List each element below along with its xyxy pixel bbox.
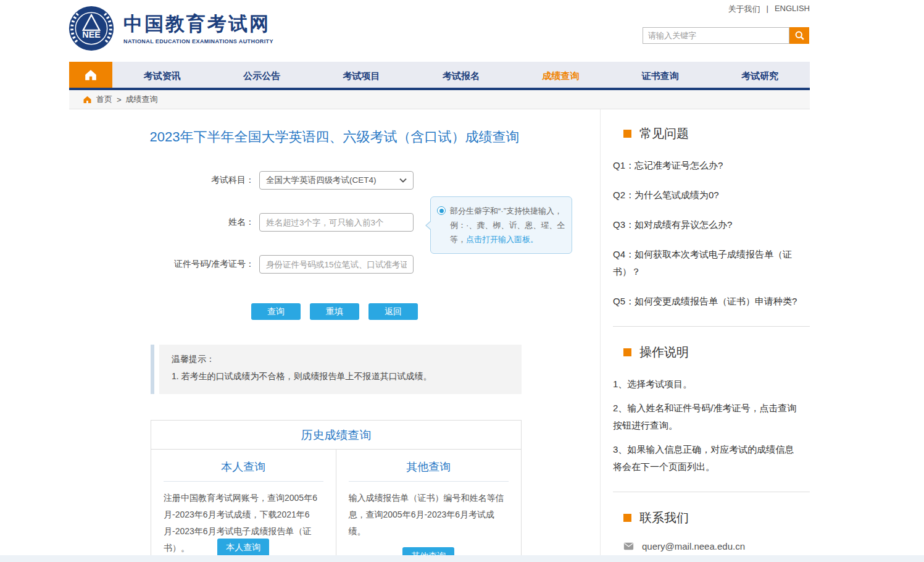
other-query-desc: 输入成绩报告单（证书）编号和姓名等信息，查询2005年6月-2023年6月考试成… xyxy=(349,490,509,540)
orange-bullet-icon xyxy=(623,348,631,356)
breadcrumb-home[interactable]: 首页 xyxy=(96,94,112,105)
nav-item-exam-news[interactable]: 考试资讯 xyxy=(112,62,212,88)
page-title: 2023年下半年全国大学英语四、六级考试（含口试）成绩查询 xyxy=(69,128,600,146)
faq-item-q3[interactable]: Q3：如对成绩有异议怎么办? xyxy=(613,216,797,233)
content-area: 2023年下半年全国大学英语四、六级考试（含口试）成绩查询 考试科目： 全国大学… xyxy=(69,109,810,562)
search-icon xyxy=(794,30,805,41)
breadcrumb: 首页 > 成绩查询 xyxy=(69,90,810,109)
faq-section-title: 常见问题 xyxy=(601,125,810,142)
self-query-section: 本人查询 注册中国教育考试网账号，查询2005年6月-2023年6月考试成绩，下… xyxy=(151,450,336,562)
back-button[interactable]: 返回 xyxy=(368,303,418,320)
nav-item-exam-programs[interactable]: 考试项目 xyxy=(312,62,411,88)
nav-home-tab[interactable] xyxy=(69,62,112,88)
search-input[interactable] xyxy=(643,27,789,44)
id-input[interactable] xyxy=(259,255,414,274)
search-button[interactable] xyxy=(789,27,809,44)
instruction-step-3: 3、如果输入信息正确，对应考试的成绩信息将会在下一个页面列出。 xyxy=(613,441,797,476)
site-search xyxy=(643,27,809,44)
form-row-id: 证件号码/准考证号： xyxy=(69,255,600,274)
about-us-link[interactable]: 关于我们 xyxy=(728,4,760,15)
self-query-title: 本人查询 xyxy=(164,459,323,482)
chevron-down-icon xyxy=(399,178,407,183)
sidebar-divider xyxy=(613,326,810,327)
main-nav: 考试资讯 公示公告 考试项目 考试报名 成绩查询 证书查询 考试研究 xyxy=(69,62,810,90)
contact-email-row: query@mail.neea.edu.cn xyxy=(601,541,810,552)
radio-selected-icon xyxy=(437,206,446,215)
top-links-separator: | xyxy=(767,4,768,15)
breadcrumb-home-icon xyxy=(83,95,92,104)
neea-emblem-icon: NEE xyxy=(68,5,115,52)
query-button[interactable]: 查询 xyxy=(251,303,301,320)
site-subtitle: NATIONAL EDUCATION EXAMINATIONS AUTHORIT… xyxy=(123,38,273,44)
rare-character-tooltip: 部分生僻字和“·”支持快捷输入，例：·、龚、栁、䜣、恖、瑆、仝等，点击打开输入面… xyxy=(430,196,572,254)
form-row-subject: 考试科目： 全国大学英语四级考试(CET4) xyxy=(69,171,600,190)
nav-item-registration[interactable]: 考试报名 xyxy=(411,62,510,88)
other-query-section: 其他查询 输入成绩报告单（证书）编号和姓名等信息，查询2005年6月-2023年… xyxy=(336,450,522,562)
open-input-panel-link[interactable]: 点击打开输入面板。 xyxy=(466,235,538,244)
subject-label: 考试科目： xyxy=(69,175,259,186)
nav-item-certificate-query[interactable]: 证书查询 xyxy=(610,62,710,88)
faq-item-q1[interactable]: Q1：忘记准考证号怎么办? xyxy=(613,157,797,174)
faq-title-text: 常见问题 xyxy=(639,125,689,142)
instructions-title-text: 操作说明 xyxy=(639,344,689,361)
nav-item-exam-research[interactable]: 考试研究 xyxy=(710,62,810,88)
history-title: 历史成绩查询 xyxy=(151,421,521,450)
warm-tip-box: 温馨提示： 1. 若考生的口试成绩为不合格，则成绩报告单上不报道其口试成绩。 xyxy=(151,345,522,394)
instructions-list: 1、选择考试项目。 2、输入姓名和证件号码/准考证号，点击查询按钮进行查询。 3… xyxy=(601,375,810,476)
subject-select-value: 全国大学英语四级考试(CET4) xyxy=(266,175,377,186)
other-query-title: 其他查询 xyxy=(349,459,509,482)
english-link[interactable]: ENGLISH xyxy=(775,4,810,15)
main-column: 2023年下半年全国大学英语四、六级考试（含口试）成绩查询 考试科目： 全国大学… xyxy=(69,109,601,562)
nav-item-announcements[interactable]: 公示公告 xyxy=(212,62,311,88)
instructions-section-title: 操作说明 xyxy=(601,344,810,361)
instruction-step-2: 2、输入姓名和证件号码/准考证号，点击查询按钮进行查询。 xyxy=(613,400,797,434)
orange-bullet-icon xyxy=(623,514,631,522)
contact-email: query@mail.neea.edu.cn xyxy=(642,541,745,552)
breadcrumb-current: 成绩查询 xyxy=(126,94,158,105)
name-label: 姓名： xyxy=(69,217,259,228)
site-title: 中国教育考试网 xyxy=(123,13,273,35)
contact-section-title: 联系我们 xyxy=(601,510,810,526)
instruction-step-1: 1、选择考试项目。 xyxy=(613,375,797,393)
subject-select[interactable]: 全国大学英语四级考试(CET4) xyxy=(259,171,414,190)
faq-list: Q1：忘记准考证号怎么办? Q2：为什么笔试成绩为0? Q3：如对成绩有异议怎么… xyxy=(601,157,810,310)
footer-strip xyxy=(0,555,924,562)
svg-text:NEE: NEE xyxy=(82,30,100,40)
site-logo[interactable]: NEE 中国教育考试网 NATIONAL EDUCATION EXAMINATI… xyxy=(68,5,273,52)
page-header: NEE 中国教育考试网 NATIONAL EDUCATION EXAMINATI… xyxy=(0,0,924,62)
name-input[interactable] xyxy=(259,213,414,232)
tip-item: 1. 若考生的口试成绩为不合格，则成绩报告单上不报道其口试成绩。 xyxy=(172,371,509,382)
contact-title-text: 联系我们 xyxy=(639,510,689,526)
top-links: 关于我们 | ENGLISH xyxy=(728,4,810,15)
history-query-panel: 历史成绩查询 本人查询 注册中国教育考试网账号，查询2005年6月-2023年6… xyxy=(151,420,522,562)
form-buttons: 查询 重填 返回 xyxy=(69,303,600,320)
orange-bullet-icon xyxy=(623,130,631,138)
envelope-icon xyxy=(623,542,634,550)
faq-item-q4[interactable]: Q4：如何获取本次考试电子成绩报告单（证书）？ xyxy=(613,246,797,280)
faq-item-q2[interactable]: Q2：为什么笔试成绩为0? xyxy=(613,187,797,204)
self-query-button[interactable]: 本人查询 xyxy=(217,539,269,556)
form-row-name: 姓名： 部分生僻字和“·”支持快捷输入，例：·、龚、栁、䜣、恖、瑆、仝等，点击打… xyxy=(69,213,600,232)
sidebar: 常见问题 Q1：忘记准考证号怎么办? Q2：为什么笔试成绩为0? Q3：如对成绩… xyxy=(601,109,810,562)
tip-title: 温馨提示： xyxy=(172,354,509,365)
id-label: 证件号码/准考证号： xyxy=(69,259,259,270)
sidebar-divider xyxy=(613,492,810,492)
reset-button[interactable]: 重填 xyxy=(310,303,359,320)
breadcrumb-separator: > xyxy=(117,95,122,104)
faq-item-q5[interactable]: Q5：如何变更成绩报告单（证书）申请种类? xyxy=(613,293,797,310)
nav-item-score-query[interactable]: 成绩查询 xyxy=(511,62,610,88)
home-icon xyxy=(84,69,98,81)
